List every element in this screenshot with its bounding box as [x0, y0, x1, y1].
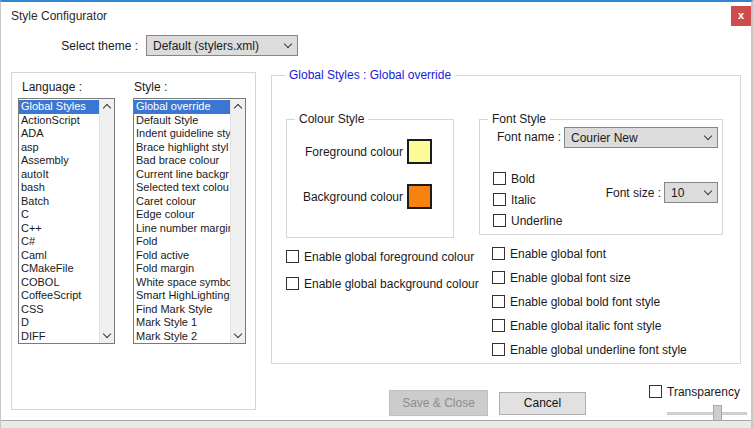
list-item[interactable]: Fold [134, 235, 230, 249]
language-listbox[interactable]: Global StylesActionScriptADAaspAssemblya… [18, 98, 115, 344]
list-item[interactable]: DIFF [19, 330, 99, 344]
foreground-colour-label: Foreground colour [291, 145, 403, 159]
font-name-select-value: Courier New [571, 131, 705, 145]
font-size-select-value: 10 [671, 186, 705, 200]
enable-global-background-colour-label: Enable global background colour [304, 277, 479, 291]
list-item[interactable]: Mark Style 1 [134, 316, 230, 330]
enable-global-italic-font-style-label: Enable global italic font style [510, 319, 661, 333]
foreground-colour-swatch[interactable] [407, 139, 432, 164]
checkbox-row-enable-global-bold-font-style: Enable global bold font style [492, 295, 687, 309]
language-scrollbar[interactable] [99, 99, 114, 343]
list-item[interactable]: Current line backgr [134, 168, 230, 182]
scroll-down-icon[interactable] [100, 328, 115, 343]
checkbox-row-bold: Bold [493, 172, 562, 186]
font-style-options: BoldItalicUnderline [493, 172, 562, 228]
list-item[interactable]: Selected text colou [134, 181, 230, 195]
scroll-up-icon[interactable] [231, 99, 246, 114]
list-item[interactable]: White space symbo [134, 276, 230, 290]
save-and-close-button[interactable]: Save & Close [389, 390, 488, 416]
chevron-down-icon [704, 187, 712, 195]
list-item[interactable]: COBOL [19, 276, 99, 290]
slider-track [667, 412, 747, 415]
scroll-up-icon[interactable] [100, 99, 115, 114]
style-listbox[interactable]: Global overrideDefault StyleIndent guide… [133, 98, 246, 344]
transparency-label: Transparency [667, 385, 740, 399]
italic-label: Italic [511, 193, 536, 207]
list-item[interactable]: C [19, 208, 99, 222]
checkbox-row-enable-global-italic-font-style: Enable global italic font style [492, 319, 687, 333]
list-item[interactable]: C# [19, 235, 99, 249]
font-style-title: Font Style [488, 112, 550, 126]
scroll-down-icon[interactable] [231, 328, 246, 343]
enable-global-underline-font-style-checkbox[interactable] [492, 343, 505, 356]
background-colour-swatch[interactable] [407, 184, 432, 209]
cancel-button[interactable]: Cancel [499, 392, 586, 415]
theme-select[interactable]: Default (stylers.xml) [146, 35, 298, 56]
list-item[interactable]: Fold margin [134, 262, 230, 276]
list-item[interactable]: Global Styles [19, 100, 99, 114]
bold-label: Bold [511, 172, 535, 186]
global-font-overrides: Enable global fontEnable global font siz… [492, 247, 687, 357]
list-item[interactable]: Batch [19, 195, 99, 209]
list-item[interactable]: D [19, 316, 99, 330]
transparency-slider-thumb[interactable] [713, 405, 722, 421]
enable-global-bold-font-style-checkbox[interactable] [492, 295, 505, 308]
list-item[interactable]: Find Mark Style [134, 303, 230, 317]
underline-checkbox[interactable] [493, 214, 506, 227]
enable-global-font-size-checkbox[interactable] [492, 271, 505, 284]
list-item[interactable]: Caret colour [134, 195, 230, 209]
transparency-checkbox-row: Transparency [649, 385, 740, 399]
colour-style-groupbox [286, 119, 454, 238]
enable-global-font-label: Enable global font [510, 247, 606, 261]
enable-global-background-colour-checkbox[interactable] [286, 277, 299, 290]
list-item[interactable]: CoffeeScript [19, 289, 99, 303]
enable-global-font-checkbox[interactable] [492, 247, 505, 260]
style-label: Style : [134, 80, 167, 94]
list-item[interactable]: Indent guideline sty [134, 127, 230, 141]
font-name-select[interactable]: Courier New [564, 127, 718, 148]
window-bottom-edge [0, 420, 753, 428]
list-item[interactable]: Line number margin [134, 222, 230, 236]
list-item[interactable]: Global override [134, 100, 230, 114]
transparency-checkbox[interactable] [649, 385, 662, 398]
checkbox-row-underline: Underline [493, 214, 562, 228]
theme-select-value: Default (stylers.xml) [153, 39, 285, 53]
list-item[interactable]: Mark Style 2 [134, 330, 230, 344]
language-label: Language : [22, 80, 82, 94]
font-name-label: Font name : [481, 130, 561, 144]
checkbox-row-enable-global-background-colour: Enable global background colour [286, 277, 479, 291]
list-item[interactable]: Caml [19, 249, 99, 263]
chevron-down-icon [704, 132, 712, 140]
list-item[interactable]: Edge colour [134, 208, 230, 222]
list-item[interactable]: Fold active [134, 249, 230, 263]
style-configurator-dialog: Style Configurator x Select theme : Defa… [0, 0, 753, 428]
list-item[interactable]: Default Style [134, 114, 230, 128]
list-item[interactable]: CSS [19, 303, 99, 317]
enable-global-underline-font-style-label: Enable global underline font style [510, 343, 687, 357]
bold-checkbox[interactable] [493, 172, 506, 185]
enable-global-foreground-colour-checkbox[interactable] [286, 250, 299, 263]
list-item[interactable]: Brace highlight styl [134, 141, 230, 155]
background-colour-label: Background colour [291, 190, 403, 204]
list-item[interactable]: bash [19, 181, 99, 195]
list-item[interactable]: Bad brace colour [134, 154, 230, 168]
close-button[interactable]: x [731, 6, 751, 26]
list-item[interactable]: Assembly [19, 154, 99, 168]
italic-checkbox[interactable] [493, 193, 506, 206]
checkbox-row-enable-global-underline-font-style: Enable global underline font style [492, 343, 687, 357]
window-title: Style Configurator [11, 9, 107, 23]
list-item[interactable]: asp [19, 141, 99, 155]
enable-global-italic-font-style-checkbox[interactable] [492, 319, 505, 332]
select-theme-label: Select theme : [18, 39, 138, 53]
font-size-select[interactable]: 10 [664, 182, 718, 203]
style-scrollbar[interactable] [230, 99, 245, 343]
list-item[interactable]: CMakeFile [19, 262, 99, 276]
list-item[interactable]: autoIt [19, 168, 99, 182]
colour-style-title: Colour Style [295, 112, 368, 126]
list-item[interactable]: Smart HighLighting [134, 289, 230, 303]
checkbox-row-enable-global-font-size: Enable global font size [492, 271, 687, 285]
list-item[interactable]: ADA [19, 127, 99, 141]
checkbox-row-italic: Italic [493, 193, 562, 207]
list-item[interactable]: ActionScript [19, 114, 99, 128]
list-item[interactable]: C++ [19, 222, 99, 236]
